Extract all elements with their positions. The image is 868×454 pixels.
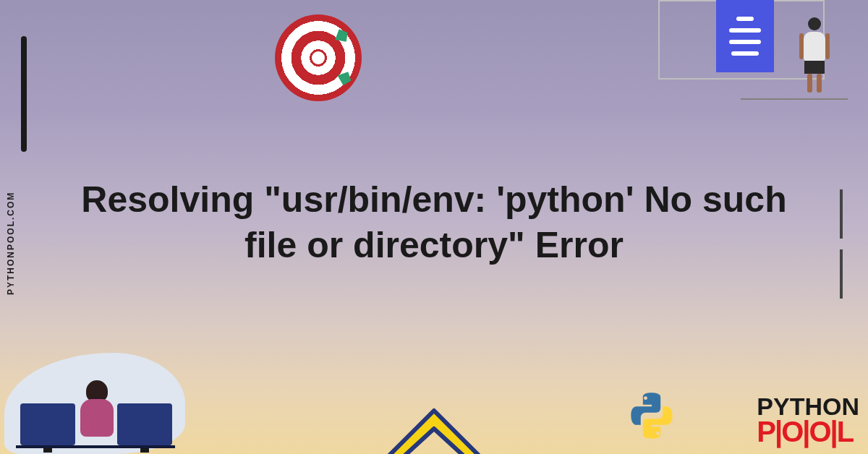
accent-bar-right [840, 189, 843, 239]
ground-line [741, 98, 848, 100]
desk-person-illustration [4, 338, 185, 454]
python-logo-icon [624, 387, 680, 444]
pythonpool-logo: PYTHON P|O|O|L [757, 395, 859, 445]
site-url: PYTHONPOOL.COM [6, 192, 16, 295]
article-title: Resolving "usr/bin/env: 'python' No such… [72, 177, 796, 267]
logo-line2: P|O|O|L [757, 418, 859, 445]
standing-person-illustration [799, 17, 830, 98]
accent-bar [21, 36, 27, 152]
target-icon [268, 7, 369, 108]
chevron-up-icon [369, 389, 499, 454]
menu-icon [716, 0, 774, 72]
logo-line1: PYTHON [757, 395, 859, 418]
accent-bar-right [840, 249, 843, 299]
